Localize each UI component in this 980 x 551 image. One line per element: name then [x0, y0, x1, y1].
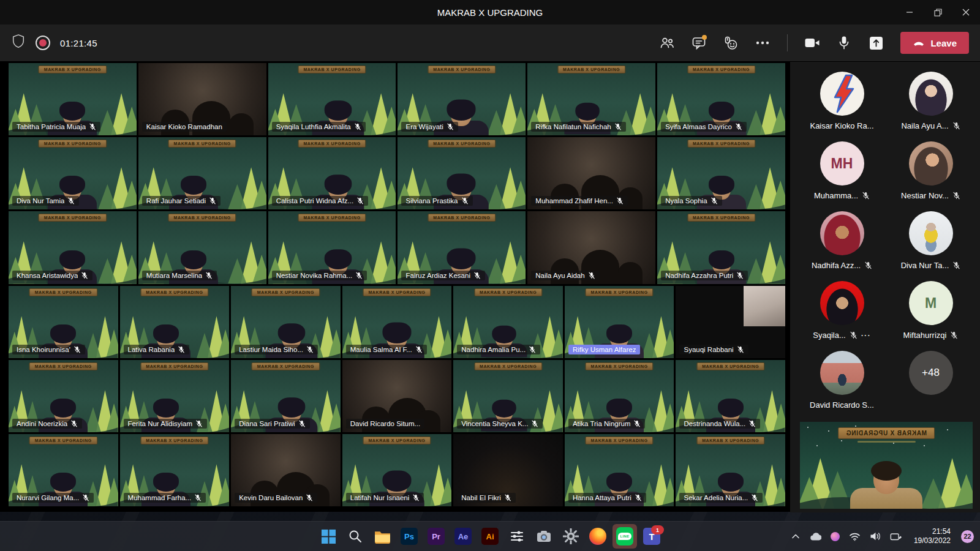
- title-bar: MAKRAB X UPGRADING: [0, 0, 980, 24]
- tray-onedrive-button[interactable]: [808, 531, 823, 542]
- tile-banner: MAKRAB X UPGRADING: [39, 214, 107, 222]
- camera-app-icon: [536, 528, 552, 544]
- taskbar-firefox[interactable]: [586, 524, 610, 549]
- participant-tile[interactable]: MAKRAB X UPGRADINGFerita Nur Alidisyiam: [120, 360, 230, 432]
- participant-tile[interactable]: MAKRAB X UPGRADINGSilviana Prastika: [398, 137, 526, 209]
- participant-tile[interactable]: MAKRAB X UPGRADINGMutiara Marselina: [138, 211, 266, 283]
- more-options-button[interactable]: [749, 31, 776, 55]
- participant-tile[interactable]: MAKRAB X UPGRADINGTabitha Patricia Muaja: [9, 63, 137, 135]
- taskbar-volume-mixer[interactable]: [505, 524, 529, 549]
- avatar: MH: [820, 141, 864, 186]
- roster-participant[interactable]: Nestiar Nov...: [889, 141, 973, 200]
- participant-tile[interactable]: MAKRAB X UPGRADINGSekar Adelia Nuria...: [676, 434, 785, 506]
- participant-tile[interactable]: Muhammad Zhafif Hen...: [527, 137, 655, 209]
- tray-pen-button[interactable]: [889, 531, 903, 542]
- mic-toggle-button[interactable]: [831, 31, 858, 55]
- taskbar-clock[interactable]: 21:54 19/03/2022: [910, 527, 954, 546]
- tile-banner: MAKRAB X UPGRADING: [168, 214, 236, 222]
- taskbar-apps: PsPrAeAiLINET1: [316, 522, 664, 551]
- mic-off-icon: [306, 494, 313, 501]
- roster-participant[interactable]: Diva Nur Ta...: [889, 211, 973, 270]
- tray-wifi-button[interactable]: [848, 531, 862, 542]
- participant-tile[interactable]: MAKRAB X UPGRADINGFairuz Ardiaz Kesani: [398, 211, 526, 283]
- firefox-icon: [589, 528, 606, 545]
- self-view-tile[interactable]: MAKRAB X UPGRADING: [800, 422, 973, 509]
- participant-tile[interactable]: MAKRAB X UPGRADINGAtika Tria Ningrum: [565, 360, 674, 432]
- participant-tile[interactable]: MAKRAB X UPGRADINGNestiar Novika Rahma..…: [268, 211, 396, 283]
- roster-participant[interactable]: Naila Ayu A...: [889, 72, 973, 130]
- participant-tile[interactable]: MAKRAB X UPGRADINGKhansa Aristawidya: [9, 211, 137, 283]
- taskbar-photoshop[interactable]: Ps: [397, 524, 421, 549]
- taskbar-teams[interactable]: T1: [639, 524, 664, 549]
- participant-more-icon[interactable]: ···: [861, 331, 871, 340]
- chat-button[interactable]: [685, 31, 712, 55]
- participant-tile[interactable]: MAKRAB X UPGRADINGLastiur Maida Siho...: [231, 286, 341, 358]
- close-button[interactable]: [952, 0, 980, 24]
- participant-tile[interactable]: MAKRAB X UPGRADINGAndini Noerizkia: [9, 360, 118, 432]
- participant-tile[interactable]: MAKRAB X UPGRADINGSyifa Almaas Dayrico: [657, 63, 785, 135]
- taskbar-after-effects[interactable]: Ae: [451, 524, 475, 549]
- reactions-button[interactable]: [717, 31, 744, 55]
- participant-tile[interactable]: MAKRAB X UPGRADINGMuhammad Farha...: [120, 434, 230, 506]
- minimize-button[interactable]: [895, 0, 924, 24]
- participant-tile[interactable]: MAKRAB X UPGRADINGNadhifa Azzahra Putri: [657, 211, 785, 283]
- participant-tile[interactable]: Naila Ayu Aidah: [527, 211, 655, 283]
- participant-tile[interactable]: MAKRAB X UPGRADINGNadhira Amalia Pu...: [453, 286, 563, 358]
- participant-tile[interactable]: Kevin Daru Bailovan: [231, 434, 341, 506]
- participant-tile[interactable]: MAKRAB X UPGRADINGIsna Khoirunnisa': [9, 286, 118, 358]
- participant-tile[interactable]: MAKRAB X UPGRADINGHanna Attaya Putri: [565, 434, 674, 506]
- mic-off-icon: [355, 272, 363, 279]
- roster-participant[interactable]: Syaqila...···: [800, 281, 884, 340]
- participant-tile[interactable]: MAKRAB X UPGRADINGDiana Sari Pratiwi: [231, 360, 341, 432]
- participant-tile[interactable]: MAKRAB X UPGRADINGRafi Jauhar Setiadi: [138, 137, 266, 209]
- people-icon: [659, 36, 675, 50]
- taskbar-search[interactable]: [343, 524, 368, 549]
- avatar: [909, 211, 953, 255]
- participant-tile[interactable]: MAKRAB X UPGRADINGVincentia Sheyva K...: [453, 360, 563, 432]
- tray-volume-button[interactable]: [869, 530, 882, 542]
- participant-tile[interactable]: MAKRAB X UPGRADINGRifky Usman Alfarez: [565, 286, 674, 358]
- participant-tile[interactable]: MAKRAB X UPGRADINGLatifah Nur Isnaeni: [342, 434, 452, 506]
- taskbar-line[interactable]: LINE: [612, 524, 637, 549]
- taskbar-settings[interactable]: [559, 524, 583, 549]
- participants-button[interactable]: [654, 31, 680, 55]
- video-grid-row: MAKRAB X UPGRADINGDiva Nur Tamia MAKRAB …: [9, 137, 785, 209]
- participant-tile[interactable]: Syauqi Rabbani: [676, 286, 785, 358]
- taskbar-file-explorer[interactable]: [370, 524, 394, 549]
- participant-tile[interactable]: David Ricardo Situm...: [342, 360, 452, 432]
- roster-participant[interactable]: MHMuhamma...: [800, 141, 884, 200]
- roster-participant[interactable]: David Ricardo S...: [800, 351, 884, 410]
- roster-participant[interactable]: Nadhifa Azz...: [800, 211, 884, 270]
- tray-app-button[interactable]: [829, 531, 841, 542]
- participant-tile[interactable]: MAKRAB X UPGRADINGDestrinanda Wula...: [676, 360, 785, 432]
- roster-participant-name: Muhamma...: [814, 191, 870, 200]
- participant-tile[interactable]: MAKRAB X UPGRADINGNyala Sophia: [657, 137, 785, 209]
- tray-expand-button[interactable]: [790, 532, 801, 541]
- taskbar-premiere[interactable]: Pr: [424, 524, 448, 549]
- participant-tile[interactable]: MAKRAB X UPGRADINGDiva Nur Tamia: [9, 137, 137, 209]
- leave-button[interactable]: Leave: [900, 32, 969, 54]
- share-screen-button[interactable]: [862, 31, 889, 55]
- participant-tile[interactable]: MAKRAB X UPGRADINGMaulia Salma Al F...: [342, 286, 452, 358]
- participant-tile[interactable]: Kaisar Kioko Ramadhan: [138, 63, 266, 135]
- restore-button[interactable]: [924, 0, 952, 24]
- taskbar-start[interactable]: [316, 524, 341, 549]
- taskbar-illustrator[interactable]: Ai: [478, 524, 502, 549]
- participant-tile[interactable]: MAKRAB X UPGRADINGNurarvi Gilang Ma...: [9, 434, 118, 506]
- participant-tile[interactable]: MAKRAB X UPGRADINGEra Wijayati: [398, 63, 526, 135]
- taskbar-camera[interactable]: [532, 524, 556, 549]
- roster-participant[interactable]: MMiftahurrizqi: [889, 281, 973, 340]
- participant-tile[interactable]: MAKRAB X UPGRADINGLativa Rabania: [120, 286, 230, 358]
- participant-tile[interactable]: MAKRAB X UPGRADINGRifka Nafilatun Nafich…: [527, 63, 655, 135]
- participant-name-label: Naila Ayu Aidah: [531, 271, 599, 280]
- participant-tile[interactable]: MAKRAB X UPGRADINGCalista Putri Widna Af…: [268, 137, 396, 209]
- tile-banner: MAKRAB X UPGRADING: [298, 214, 366, 222]
- notification-count-badge[interactable]: 22: [961, 530, 974, 543]
- roster-participant[interactable]: +48: [889, 351, 973, 410]
- participant-tile[interactable]: MAKRAB X UPGRADINGSyaqila Luthfia Akmali…: [268, 63, 396, 135]
- participant-tile[interactable]: Nabil El Fikri: [453, 434, 563, 506]
- roster-participant[interactable]: Kaisar Kioko Ra...: [800, 72, 884, 130]
- participant-name-label: Latifah Nur Isnaeni: [346, 493, 424, 503]
- camera-toggle-button[interactable]: [799, 31, 826, 55]
- participant-name-label: Nyala Sophia: [661, 196, 722, 206]
